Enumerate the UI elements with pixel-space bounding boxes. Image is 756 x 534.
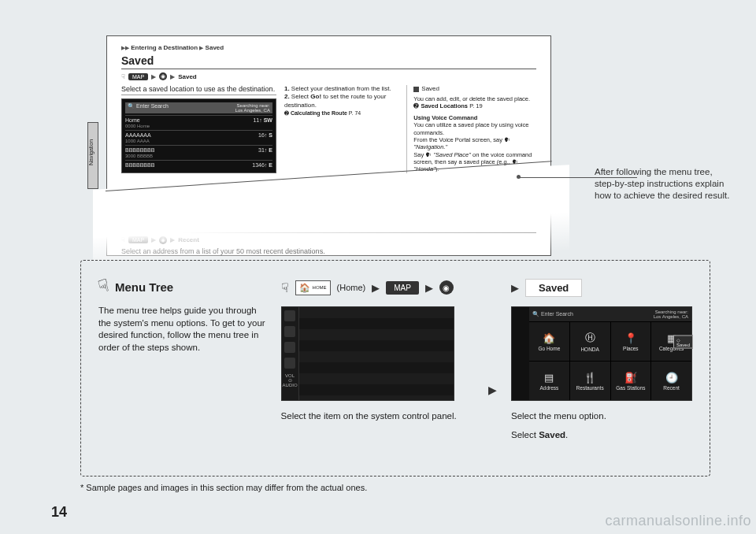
pin-icon: 📍 (624, 332, 637, 344)
section-title-recent: Recent (121, 218, 536, 233)
map-chip: MAP (386, 281, 419, 295)
menu-icon: ◉ (159, 236, 167, 244)
menu-icon: ◉ (439, 280, 454, 295)
restaurant-icon: 🍴 (584, 372, 596, 384)
manual-page-sample: ▶▶ Entering a Destination ▶ Saved Saved … (106, 35, 551, 256)
side-tab-navigation: Navigation (87, 122, 98, 189)
saved-highlight: ◇Saved (673, 335, 693, 348)
address-icon: ▤ (544, 372, 554, 384)
menu-tree-title: Menu Tree (115, 280, 173, 294)
gas-icon: ⛽ (624, 372, 637, 384)
chevron-right-icon: ▶ (511, 282, 519, 294)
saved-list-mockup: 🔍 Enter Search Searching near: Los Angel… (121, 98, 276, 173)
chevron-right-icon: ▶ (372, 282, 380, 294)
honda-logo-icon: Ⓗ (585, 331, 595, 345)
section-title-saved: Saved (121, 54, 536, 69)
step-instructions: 1. Select your destination from the list… (284, 85, 398, 210)
caption-menu-option: Select the menu option. Select Saved. (511, 410, 692, 441)
home-icon (284, 310, 295, 321)
watermark: carmanualsonline.info (605, 513, 751, 529)
instruction-line: Select a saved location to use as the de… (121, 85, 276, 95)
menu-icon: ◉ (159, 72, 167, 80)
home-icon: 🏠 (299, 283, 310, 293)
hand-icon: ☟ (121, 236, 125, 243)
side-notes: Saved You can add, edit, or delete the s… (406, 85, 536, 210)
finger-press-icon: ☟ (96, 276, 111, 298)
home-button: 🏠 HOME (295, 280, 331, 295)
page-number: 14 (51, 504, 67, 521)
footnote: * Sample pages and images in this sectio… (80, 483, 367, 492)
menu-tree-explainer: ☟ Menu Tree The menu tree helps guide yo… (80, 260, 710, 477)
hand-icon: ☟ (281, 280, 289, 295)
menu-tree-bar: ☟ 🏠 HOME (Home) ▶ MAP ▶ ◉ (281, 276, 474, 299)
menu-tree-row-saved: ☟ MAP ▶ ◉ ▶ Saved (121, 72, 536, 80)
menu-tree-body: The menu tree helps guide you through th… (98, 305, 267, 354)
control-panel-screenshot: VOL⊙AUDIO (281, 306, 454, 401)
home-label: (Home) (337, 283, 366, 292)
hand-icon: ☟ (121, 73, 125, 80)
menu-tree-row-recent: ☟ MAP ▶ ◉ ▶ Recent (121, 236, 536, 244)
map-chip: MAP (128, 73, 148, 80)
chevron-right-icon: ▶ (425, 282, 433, 294)
saved-chip: Saved (525, 279, 582, 297)
recent-instruction: Select an address from a list of your 50… (121, 247, 536, 255)
home-icon: 🏠 (543, 332, 555, 344)
caption-control-panel: Select the item on the system control pa… (281, 410, 474, 423)
recent-icon: 🕘 (665, 372, 678, 384)
menu-screen-screenshot: 🔍 Enter Search Searching near: Los Angel… (511, 306, 692, 401)
callout-annotation: After following the menu tree, step-by-s… (595, 166, 732, 202)
chevron-right-icon: ▶ (488, 384, 497, 396)
breadcrumb: ▶▶ Entering a Destination ▶ Saved (121, 44, 536, 51)
